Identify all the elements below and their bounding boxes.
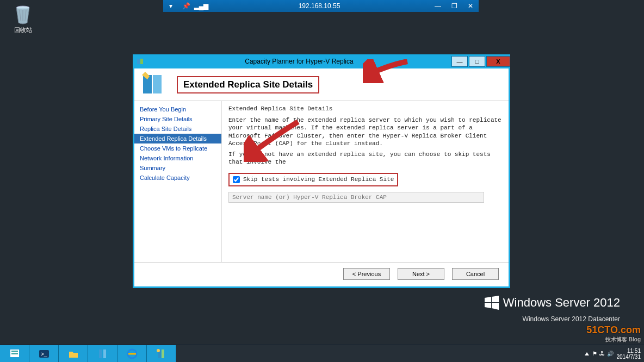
cancel-button[interactable]: Cancel — [452, 268, 499, 280]
nav-summary[interactable]: Summary — [134, 163, 221, 173]
svg-rect-4 — [153, 75, 162, 93]
watermark-main: 51CTO.com — [586, 324, 641, 335]
taskbar-ie[interactable] — [117, 345, 147, 362]
tray-sound-icon[interactable]: 🔊 — [607, 351, 614, 357]
svg-rect-2 — [140, 59, 143, 64]
window-minimize-button[interactable]: — — [451, 56, 468, 67]
remote-session-bar: ▾ 📌 ▂▄▆ 192.168.10.55 — ❐ ✕ — [163, 0, 479, 12]
tray-date: 2014/7/31 — [617, 354, 641, 360]
skip-tests-checkbox[interactable] — [233, 176, 240, 183]
next-button[interactable]: Next > — [398, 268, 444, 280]
window-titlebar[interactable]: Capacity Planner for Hyper-V Replica — □… — [133, 54, 510, 68]
svg-rect-10 — [99, 349, 102, 358]
wizard-footer: < Previous Next > Cancel — [134, 262, 509, 285]
skip-tests-label: Skip tests involving Extended Replica Si… — [243, 176, 394, 183]
svg-rect-14 — [162, 349, 164, 358]
watermark-sub: 技术博客 Blog — [586, 336, 641, 344]
content-paragraph-2: If you do not have an extended replica s… — [228, 151, 502, 166]
window-close-button[interactable]: X — [486, 56, 510, 67]
window-maximize-button[interactable]: □ — [469, 56, 485, 67]
nav-choose-vms[interactable]: Choose VMs to Replicate — [134, 143, 221, 153]
content-section-title: Extended Replica Site Details — [228, 105, 502, 112]
wizard-content: Extended Replica Site Details Enter the … — [221, 101, 509, 262]
taskbar-hyperv[interactable] — [88, 345, 117, 362]
tray-flag-icon[interactable]: ⚑ — [592, 351, 597, 357]
wizard-nav: Before You Begin Primary Site Details Re… — [134, 101, 221, 262]
svg-point-15 — [157, 349, 160, 352]
remote-signal-icon: ▂▄▆ — [194, 2, 209, 10]
wizard-heading-highlight: Extended Replica Site Details — [177, 76, 319, 93]
nav-network-information[interactable]: Network Information — [134, 153, 221, 163]
taskbar-server-manager[interactable] — [0, 345, 29, 362]
taskbar: >_ ⚑ 🖧 🔊 11:51 2014/7/31 — [0, 345, 644, 362]
svg-rect-7 — [11, 353, 18, 354]
content-paragraph-1: Enter the name of the extended replica s… — [228, 116, 502, 147]
taskbar-capacity-planner[interactable] — [147, 345, 176, 362]
window-title: Capacity Planner for Hyper-V Replica — [148, 58, 450, 65]
taskbar-powershell[interactable]: >_ — [29, 345, 59, 362]
remote-pin-icon[interactable]: 📌 — [178, 2, 194, 10]
svg-rect-6 — [11, 351, 18, 352]
tray-overflow-icon[interactable] — [585, 352, 589, 355]
nav-calculate-capacity[interactable]: Calculate Capacity — [134, 173, 221, 183]
previous-button[interactable]: < Previous — [343, 268, 390, 280]
nav-primary-site-details[interactable]: Primary Site Details — [134, 114, 221, 124]
brand-text: Windows Server 2012 — [503, 296, 620, 310]
server-name-input — [228, 192, 484, 203]
skip-tests-highlight: Skip tests involving Extended Replica Si… — [228, 173, 398, 186]
tray-network-icon[interactable]: 🖧 — [599, 351, 605, 357]
remote-dropdown-icon[interactable]: ▾ — [163, 2, 178, 10]
windows-server-brand: Windows Server 2012 — [485, 296, 620, 310]
remote-minimize-button[interactable]: — — [430, 0, 446, 12]
app-icon — [136, 57, 145, 66]
wizard-header: Extended Replica Site Details — [134, 68, 509, 101]
edition-text: Windows Server 2012 Datacenter — [523, 315, 620, 323]
wizard-heading: Extended Replica Site Details — [183, 79, 313, 90]
remote-address: 192.168.10.55 — [209, 2, 430, 10]
taskbar-explorer[interactable] — [59, 345, 88, 362]
nav-before-you-begin[interactable]: Before You Begin — [134, 104, 221, 114]
nav-extended-replica-details[interactable]: Extended Replica Details — [134, 134, 221, 143]
remote-restore-button[interactable]: ❐ — [446, 0, 462, 12]
svg-rect-1 — [137, 59, 140, 64]
desktop-recycle-bin[interactable]: 回收站 — [7, 3, 39, 34]
svg-rect-11 — [103, 349, 106, 358]
system-tray[interactable]: ⚑ 🖧 🔊 11:51 2014/7/31 — [581, 345, 645, 362]
wizard-window: Capacity Planner for Hyper-V Replica — □… — [133, 54, 510, 288]
tray-icons[interactable]: ⚑ 🖧 🔊 — [592, 351, 614, 357]
servers-icon — [140, 72, 172, 98]
svg-text:>_: >_ — [41, 351, 47, 357]
recycle-bin-label: 回收站 — [7, 26, 39, 34]
nav-replica-site-details[interactable]: Replica Site Details — [134, 124, 221, 134]
watermark: 51CTO.com 技术博客 Blog — [586, 324, 641, 344]
remote-close-button[interactable]: ✕ — [462, 0, 479, 12]
tray-clock[interactable]: 11:51 2014/7/31 — [617, 348, 641, 360]
recycle-bin-icon — [12, 3, 34, 25]
tray-time: 11:51 — [627, 348, 641, 354]
windows-logo-icon — [485, 296, 499, 310]
